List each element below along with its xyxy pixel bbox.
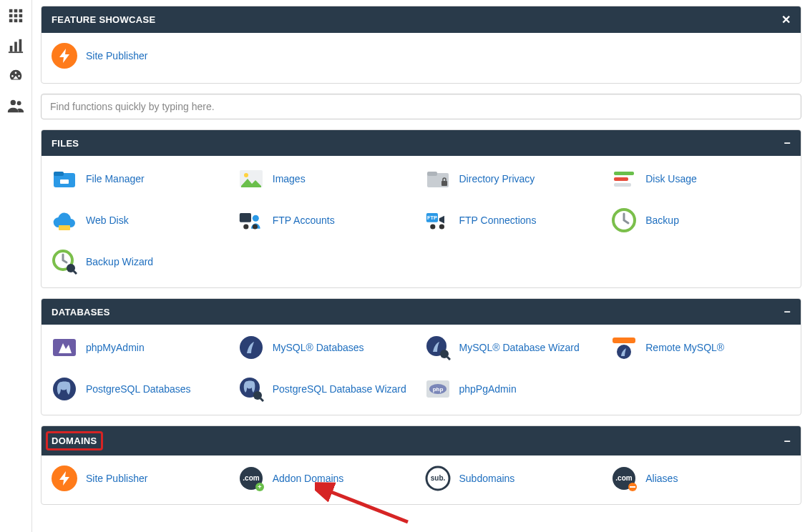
- domains-header[interactable]: DOMAINS –: [42, 426, 801, 455]
- svg-rect-28: [240, 213, 251, 222]
- svg-rect-27: [59, 225, 70, 230]
- item-label: MySQL® Database Wizard: [459, 342, 580, 353]
- ftp-connections-icon: FTP: [425, 207, 451, 233]
- item-label: FTP Connections: [459, 215, 537, 226]
- close-icon[interactable]: ✕: [781, 13, 791, 26]
- apps-grid-icon[interactable]: [7, 7, 24, 24]
- feature-showcase-panel: FEATURE SHOWCASE ✕ Site Publisher: [41, 6, 801, 84]
- svg-rect-4: [14, 14, 18, 18]
- svg-rect-45: [613, 338, 635, 343]
- databases-panel: DATABASES – phpMyAdmin MySQL® Databases: [41, 298, 801, 415]
- panel-title: DOMAINS: [47, 433, 102, 449]
- site-publisher-icon: [52, 43, 77, 69]
- search-wrap: [41, 94, 801, 119]
- item-label: PostgreSQL Databases: [86, 383, 191, 395]
- svg-point-29: [253, 215, 259, 222]
- svg-rect-5: [19, 14, 23, 18]
- svg-rect-23: [441, 181, 447, 186]
- svg-rect-10: [14, 42, 17, 52]
- svg-rect-1: [14, 9, 18, 13]
- remote-mysql-icon: [611, 335, 637, 360]
- users-icon[interactable]: [7, 97, 24, 114]
- item-label: Disk Usage: [645, 173, 697, 184]
- svg-text:.com: .com: [616, 474, 633, 482]
- item-ftp-connections[interactable]: FTP FTP Connections: [425, 207, 605, 233]
- item-backup[interactable]: Backup: [611, 207, 791, 233]
- subdomains-icon: sub.: [425, 466, 451, 491]
- svg-point-13: [11, 100, 16, 105]
- item-disk-usage[interactable]: Disk Usage: [611, 166, 791, 192]
- phppgadmin-icon: php: [425, 376, 451, 402]
- postgresql-wizard-icon: [238, 376, 264, 402]
- collapse-icon[interactable]: –: [784, 435, 791, 448]
- svg-rect-8: [19, 19, 23, 23]
- item-label: Web Disk: [86, 215, 129, 226]
- files-header[interactable]: FILES –: [42, 130, 801, 156]
- addon-domains-icon: .com+: [238, 466, 264, 491]
- domains-panel: DOMAINS – Site Publisher .com+ Addon Dom…: [41, 425, 801, 505]
- item-label: PostgreSQL Database Wizard: [273, 383, 406, 395]
- item-label: phpMyAdmin: [86, 342, 145, 353]
- svg-text:+: +: [258, 483, 261, 491]
- svg-rect-12: [9, 51, 23, 53]
- item-web-disk[interactable]: Web Disk: [52, 207, 231, 233]
- item-mysql-wizard[interactable]: MySQL® Database Wizard: [425, 335, 605, 360]
- svg-line-44: [447, 357, 450, 360]
- search-input[interactable]: [41, 94, 801, 119]
- svg-rect-9: [10, 46, 13, 51]
- web-disk-icon: [52, 207, 77, 233]
- svg-rect-0: [9, 9, 13, 13]
- stats-icon[interactable]: [7, 37, 24, 54]
- item-label: MySQL® Databases: [273, 342, 364, 353]
- disk-usage-icon: [611, 166, 637, 192]
- collapse-icon[interactable]: –: [784, 137, 791, 149]
- feature-showcase-header[interactable]: FEATURE SHOWCASE ✕: [42, 6, 801, 33]
- databases-header[interactable]: DATABASES –: [42, 299, 801, 325]
- item-label: Backup Wizard: [86, 256, 153, 267]
- item-phpmyadmin[interactable]: phpMyAdmin: [52, 335, 231, 360]
- item-addon-domains[interactable]: .com+ Addon Domains: [238, 466, 418, 491]
- postgresql-icon: [52, 376, 77, 402]
- item-aliases[interactable]: .com Aliases: [611, 466, 791, 491]
- item-subdomains[interactable]: sub. Subdomains: [425, 466, 605, 491]
- svg-line-39: [74, 271, 77, 274]
- files-panel: FILES – File Manager Images Directory P: [41, 129, 801, 288]
- svg-text:FTP: FTP: [427, 215, 437, 221]
- svg-rect-3: [9, 14, 13, 18]
- item-backup-wizard[interactable]: Backup Wizard: [52, 249, 231, 275]
- backup-wizard-icon: [52, 249, 77, 275]
- svg-rect-26: [614, 183, 631, 187]
- item-remote-mysql[interactable]: Remote MySQL®: [611, 335, 791, 360]
- item-directory-privacy[interactable]: Directory Privacy: [425, 166, 605, 192]
- item-label: File Manager: [86, 173, 145, 184]
- item-mysql-databases[interactable]: MySQL® Databases: [238, 335, 418, 360]
- directory-privacy-icon: [425, 166, 451, 192]
- svg-line-50: [260, 398, 263, 401]
- svg-rect-25: [614, 177, 628, 181]
- item-label: phpPgAdmin: [459, 383, 517, 395]
- item-label: Backup: [645, 215, 679, 226]
- collapse-icon[interactable]: –: [784, 305, 791, 318]
- item-phppgadmin[interactable]: php phpPgAdmin: [425, 376, 605, 402]
- svg-text:php: php: [432, 386, 443, 393]
- svg-rect-7: [14, 19, 18, 23]
- item-label: Directory Privacy: [459, 173, 535, 184]
- item-postgresql[interactable]: PostgreSQL Databases: [52, 376, 231, 402]
- aliases-icon: .com: [611, 466, 637, 491]
- panel-title: FEATURE SHOWCASE: [52, 14, 155, 25]
- feature-item-site-publisher[interactable]: Site Publisher: [52, 43, 147, 69]
- item-site-publisher[interactable]: Site Publisher: [52, 466, 231, 491]
- svg-rect-17: [54, 172, 64, 176]
- item-ftp-accounts[interactable]: FTP Accounts: [238, 207, 418, 233]
- svg-rect-11: [19, 39, 22, 51]
- item-label: FTP Accounts: [273, 215, 335, 226]
- left-sidebar: [0, 0, 32, 532]
- item-file-manager[interactable]: File Manager: [52, 166, 231, 192]
- item-label: Images: [273, 173, 306, 184]
- dashboard-gauge-icon[interactable]: [7, 67, 24, 84]
- item-images[interactable]: Images: [238, 166, 418, 192]
- svg-text:sub.: sub.: [430, 474, 445, 482]
- item-postgresql-wizard[interactable]: PostgreSQL Database Wizard: [238, 376, 418, 402]
- item-label: Remote MySQL®: [645, 342, 724, 353]
- mysql-wizard-icon: [425, 335, 451, 360]
